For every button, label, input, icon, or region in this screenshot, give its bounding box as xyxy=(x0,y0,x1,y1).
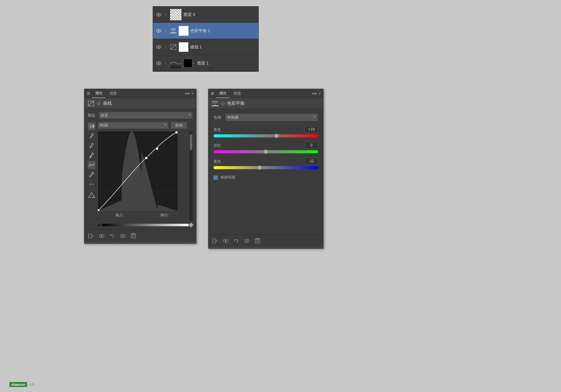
curves-preview-btn[interactable] xyxy=(119,232,126,239)
cb-tab-info[interactable]: 信息 xyxy=(230,89,244,98)
cb-delete-btn[interactable] xyxy=(254,237,261,244)
cb-preserve-label: 保留明度 xyxy=(220,175,235,180)
curves-tab-info[interactable]: 信息 xyxy=(106,89,120,98)
cb-resize-handle[interactable] xyxy=(209,247,323,248)
curves-panel-footer xyxy=(84,229,196,242)
cb-magenta-label: 洋红 xyxy=(213,143,221,148)
curves-white-point[interactable] xyxy=(189,222,194,228)
curves-main-area: ! A RGB ▼ 自动 xyxy=(88,122,193,221)
layer-mask-curves xyxy=(179,42,189,52)
channel-select[interactable]: RGB xyxy=(98,122,169,129)
watermark: shancun 在线 xyxy=(9,382,35,387)
curves-canvas-container[interactable] xyxy=(98,131,177,211)
svg-marker-38 xyxy=(110,235,111,236)
cb-tone-select-wrapper: 中间调 阴影 高光 ▼ xyxy=(225,113,318,122)
cb-slider-track-1[interactable] xyxy=(213,134,318,137)
curves-arrow-tool[interactable] xyxy=(88,122,96,130)
watermark-logo: shancun xyxy=(9,382,27,387)
input-label: 输入: xyxy=(116,213,124,218)
curves-tab-properties[interactable]: 属性 xyxy=(92,89,106,98)
layer-mask-cb xyxy=(179,26,189,36)
warning-btn[interactable]: ! A xyxy=(88,191,96,199)
svg-rect-53 xyxy=(213,239,216,243)
curves-resize-handle[interactable] xyxy=(84,242,196,243)
curves-graph-area: RGB ▼ 自动 输入: 输出: xyxy=(98,122,187,221)
layer-row-3[interactable]: ⤵ 图层 3 xyxy=(153,7,258,23)
cb-add-mask-btn[interactable] xyxy=(212,237,218,244)
curves-scrollbar[interactable] xyxy=(189,131,193,221)
cb-slider-thumb-3[interactable] xyxy=(257,165,262,170)
svg-point-40 xyxy=(122,235,124,237)
curves-properties-panel: × 属性 信息 ◀◀ ≡ 曲线 预设: 自定 ▼ xyxy=(84,89,196,244)
cb-slider-track-2[interactable] xyxy=(213,150,318,153)
watermark-suffix: 在线 xyxy=(28,382,35,387)
curves-close-btn[interactable]: × xyxy=(87,92,90,95)
cb-slider-group-3: 黄色 蓝色 -12 xyxy=(213,159,318,169)
svg-point-1 xyxy=(158,14,160,15)
svg-line-49 xyxy=(213,101,214,103)
svg-point-37 xyxy=(101,235,103,237)
layer-row-colorbalance[interactable]: ⤵ 色彩平衡 2 xyxy=(153,23,258,39)
curves-canvas[interactable] xyxy=(98,131,178,211)
cb-preserve-row: ✓ 保留明度 xyxy=(213,175,318,180)
curves-reset-btn[interactable] xyxy=(109,232,116,239)
colorbalance-properties-panel: × 属性 信息 ◀◀ ≡ 色彩平衡 色调: xyxy=(208,89,324,249)
preset-select[interactable]: 自定 xyxy=(98,112,193,119)
curves-scrollbar-thumb[interactable] xyxy=(190,134,192,150)
cb-double-arrow: ◀◀ xyxy=(312,92,317,95)
channel-select-wrapper: RGB ▼ xyxy=(98,122,169,129)
layer-name-1: 图层 1 xyxy=(197,60,256,66)
curves-title-bar: 曲线 xyxy=(84,98,196,109)
preset-label: 预设: xyxy=(88,113,96,118)
curves-add-mask-btn[interactable] xyxy=(88,232,94,239)
svg-rect-17 xyxy=(170,65,182,69)
curves-preset-row: 预设: 自定 ▼ xyxy=(88,112,193,119)
curves-title-icon xyxy=(88,100,94,107)
layer-row-curves[interactable]: ⤵ 曲线 1 xyxy=(153,39,258,55)
cb-preserve-checkbox[interactable]: ✓ xyxy=(213,175,218,180)
curves-eye-btn[interactable] xyxy=(98,232,105,239)
smooth-lines-btn[interactable] xyxy=(88,180,96,188)
cb-tab-properties[interactable]: 属性 xyxy=(216,89,230,98)
curves-menu-btn[interactable]: ≡ xyxy=(191,91,194,96)
cb-value-1[interactable]: +19 xyxy=(304,126,318,133)
curves-gradient-row xyxy=(98,223,193,227)
layer-visibility-1[interactable] xyxy=(156,60,162,66)
cb-tone-select[interactable]: 中间调 阴影 高光 xyxy=(225,113,318,122)
svg-point-39 xyxy=(120,234,125,237)
cb-slider-thumb-2[interactable] xyxy=(264,150,268,154)
layer-visibility-3[interactable] xyxy=(156,12,162,18)
svg-point-15 xyxy=(158,62,160,64)
svg-text:A: A xyxy=(93,196,95,198)
cb-value-2[interactable]: 0 xyxy=(304,142,318,149)
curves-black-point[interactable] xyxy=(98,223,101,227)
curves-channel-row: RGB ▼ 自动 xyxy=(98,122,187,129)
layer-row-1[interactable]: ⤵ ⚭ 图层 1 xyxy=(153,55,258,71)
auto-btn[interactable]: 自动 xyxy=(170,122,187,129)
cb-reset-btn[interactable] xyxy=(233,237,240,244)
cb-title-icon xyxy=(212,100,218,107)
cb-title-text: 色彩平衡 xyxy=(227,101,245,106)
svg-point-59 xyxy=(244,239,249,242)
curves-title-text: 曲线 xyxy=(103,101,112,106)
cb-preview-btn[interactable] xyxy=(243,237,250,244)
eyedropper-gray-btn[interactable] xyxy=(88,141,96,150)
eyedropper-black-btn[interactable] xyxy=(88,132,96,140)
pencil-btn[interactable] xyxy=(88,170,96,179)
curves-double-arrow: ◀◀ xyxy=(185,92,189,95)
cb-slider-track-3[interactable] xyxy=(213,166,318,169)
cb-menu-btn[interactable]: ≡ xyxy=(319,91,321,96)
layer-link-curves: ⤵ xyxy=(164,44,168,50)
layer-thumb-3 xyxy=(170,9,182,21)
curves-delete-btn[interactable] xyxy=(130,232,137,239)
output-label: 输出: xyxy=(161,213,169,218)
eyedropper-white-btn[interactable] xyxy=(88,151,96,159)
layer-visibility-curves[interactable] xyxy=(156,44,162,50)
cb-value-3[interactable]: -12 xyxy=(304,158,318,165)
cb-eye-btn[interactable] xyxy=(222,237,229,244)
preset-select-wrapper: 自定 ▼ xyxy=(98,112,193,119)
layer-visibility-cb[interactable] xyxy=(156,28,162,34)
cb-slider-thumb-1[interactable] xyxy=(274,134,279,138)
curve-smooth-btn[interactable] xyxy=(88,161,96,169)
cb-close-btn[interactable]: × xyxy=(211,92,214,95)
